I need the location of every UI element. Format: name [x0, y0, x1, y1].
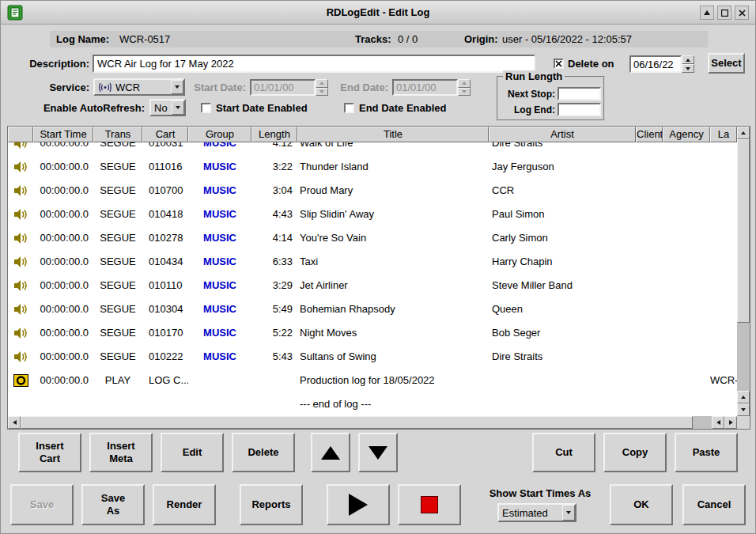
column-header-agency[interactable]: Agency: [663, 127, 710, 142]
chevron-down-icon: [562, 505, 575, 521]
stop-icon: [421, 496, 438, 513]
column-header-group[interactable]: Group: [188, 127, 251, 142]
cut-button[interactable]: Cut: [532, 433, 595, 472]
tracks-label: Tracks:: [355, 31, 391, 47]
move-down-button[interactable]: [358, 433, 398, 472]
column-header-client[interactable]: Client: [636, 127, 663, 142]
cell-cart: 010222: [142, 345, 188, 369]
title-bar[interactable]: RDLogEdit - Edit Log: [1, 1, 755, 25]
close-button[interactable]: [735, 6, 749, 20]
insert-meta-button[interactable]: Insert Meta: [89, 433, 153, 472]
service-combobox[interactable]: WCR: [93, 78, 185, 96]
table-row[interactable]: 00:00:00.0 SEGUE 010700 MUSIC 3:04 Proud…: [8, 179, 737, 203]
table-row[interactable]: 00:00:00.0 PLAY LOG C... Production log …: [8, 369, 737, 392]
cell-length: 4:12: [251, 142, 297, 155]
table-row[interactable]: 00:00:00.0 SEGUE 010418 MUSIC 4:43 Slip …: [8, 203, 737, 226]
column-header-title[interactable]: Title: [297, 127, 489, 142]
cell-artist: Harry Chapin: [489, 250, 636, 274]
cell-agency: [663, 250, 710, 274]
copy-button[interactable]: Copy: [603, 433, 667, 472]
cell-title: Night Moves: [297, 321, 489, 345]
spin-down-icon[interactable]: [682, 64, 694, 73]
cell-cart: 010418: [142, 203, 188, 226]
horizontal-scrollbar[interactable]: [8, 416, 737, 429]
ok-button[interactable]: OK: [610, 484, 673, 525]
run-length-group: Run Length Next Stop: Log End:: [497, 76, 605, 121]
move-up-button[interactable]: [311, 433, 350, 472]
next-stop-input[interactable]: [558, 87, 601, 100]
table-row[interactable]: 00:00:00.0 SEGUE 010278 MUSIC 4:14 You'r…: [8, 226, 737, 250]
cell-start-time: 00:00:00.0: [33, 369, 93, 392]
column-header-start-time[interactable]: Start Time: [33, 127, 93, 142]
cell-agency: [663, 179, 710, 203]
column-header-artist[interactable]: Artist: [489, 127, 636, 142]
cell-title: You're So Vain: [297, 226, 489, 250]
autorefresh-combobox[interactable]: No: [149, 99, 186, 116]
show-start-times-combobox[interactable]: Estimated: [497, 503, 576, 522]
vertical-scrollbar-thumb[interactable]: [737, 139, 750, 323]
cell-trans: SEGUE: [93, 250, 142, 274]
end-of-log-row[interactable]: --- end of log ---: [8, 392, 737, 416]
scroll-left-icon[interactable]: [712, 416, 724, 429]
column-header-length[interactable]: Length: [251, 127, 297, 142]
cell-group: MUSIC: [188, 179, 251, 203]
description-input[interactable]: [93, 55, 535, 73]
delete-button[interactable]: Delete: [232, 433, 295, 472]
cell-trans: SEGUE: [93, 345, 142, 369]
speaker-icon: [8, 226, 33, 250]
up-icon: [321, 446, 340, 460]
edit-button[interactable]: Edit: [161, 433, 224, 472]
horizontal-scrollbar-thumb[interactable]: [21, 416, 693, 429]
service-value: WCR: [115, 81, 169, 93]
insert-cart-button[interactable]: Insert Cart: [18, 433, 81, 472]
play-button[interactable]: [327, 484, 390, 525]
scroll-down-icon[interactable]: [737, 403, 750, 416]
speaker-icon: [8, 321, 33, 345]
shade-button[interactable]: [700, 6, 714, 20]
delete-on-checkbox[interactable]: [554, 59, 564, 69]
rdlogedit-window: RDLogEdit - Edit Log Log Name: WCR-0517 …: [0, 0, 756, 534]
cell-length: 3:29: [251, 274, 297, 297]
cell-start-time: 00:00:00.0: [33, 345, 93, 369]
render-button[interactable]: Render: [153, 484, 216, 525]
maximize-button[interactable]: [717, 6, 731, 20]
delete-date-input[interactable]: [629, 55, 682, 73]
scroll-up-icon[interactable]: [737, 127, 750, 139]
cell-cart: 010304: [142, 297, 188, 321]
column-header-cart[interactable]: Cart: [142, 127, 188, 142]
start-date-input: [250, 79, 316, 96]
delete-on-label: Delete on: [568, 58, 614, 70]
spin-up-icon[interactable]: [682, 55, 694, 64]
table-row[interactable]: 00:00:00.0 SEGUE 010031 MUSIC 4:12 Walk …: [8, 142, 737, 155]
cell-length: 3:22: [251, 155, 297, 179]
log-end-input[interactable]: [558, 103, 601, 116]
start-date-enabled-checkbox[interactable]: [201, 103, 211, 113]
scroll-up-icon[interactable]: [737, 391, 750, 403]
cell-cart: LOG C...: [142, 369, 188, 392]
table-row[interactable]: 00:00:00.0 SEGUE 011016 MUSIC 3:22 Thund…: [8, 155, 737, 179]
table-row[interactable]: 00:00:00.0 SEGUE 010222 MUSIC 5:43 Sulta…: [8, 345, 737, 369]
column-header-icon[interactable]: [8, 127, 33, 142]
table-row[interactable]: 00:00:00.0 SEGUE 010170 MUSIC 5:22 Night…: [8, 321, 737, 345]
reports-button[interactable]: Reports: [240, 484, 303, 525]
cell-label: [710, 155, 737, 179]
vertical-scrollbar[interactable]: [737, 127, 750, 416]
cell-cart: 010110: [142, 274, 188, 297]
table-row[interactable]: 00:00:00.0 SEGUE 010434 MUSIC 6:33 Taxi …: [8, 250, 737, 274]
end-date-enabled-checkbox[interactable]: [344, 103, 354, 113]
cell-client: [636, 142, 663, 155]
cancel-button[interactable]: Cancel: [682, 484, 746, 525]
scroll-right-icon[interactable]: [724, 416, 737, 429]
column-header-trans[interactable]: Trans: [93, 127, 142, 142]
table-row[interactable]: 00:00:00.0 SEGUE 010304 MUSIC 5:49 Bohem…: [8, 297, 737, 321]
log-info-bar: Log Name: WCR-0517 Tracks: 0 / 0 Origin:…: [50, 31, 708, 47]
stop-button[interactable]: [398, 484, 461, 525]
select-date-button[interactable]: Select: [708, 53, 745, 74]
end-date-label: End Date:: [335, 81, 388, 93]
table-row[interactable]: 00:00:00.0 SEGUE 010110 MUSIC 3:29 Jet A…: [8, 274, 737, 297]
cell-agency: [663, 369, 710, 392]
scroll-left-icon[interactable]: [8, 416, 21, 429]
column-header-label[interactable]: La: [710, 127, 737, 142]
paste-button[interactable]: Paste: [675, 433, 738, 472]
save-as-button[interactable]: Save As: [81, 484, 145, 525]
